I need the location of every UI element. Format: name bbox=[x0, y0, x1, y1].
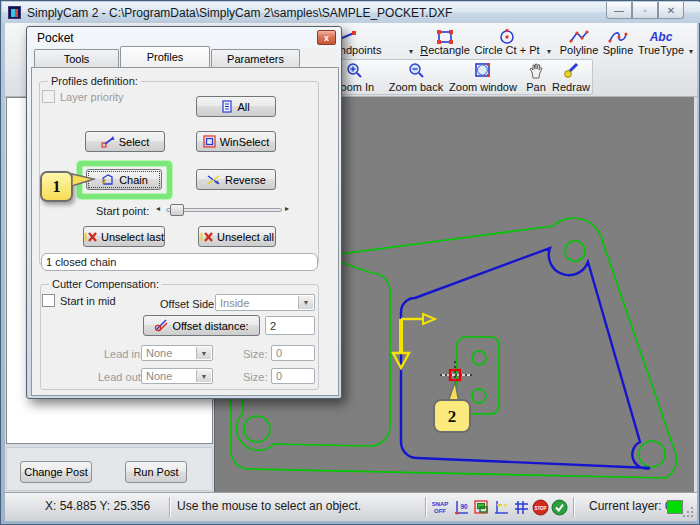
callout-1-tail bbox=[70, 168, 100, 190]
toolbar-spline-button[interactable]: Spline bbox=[600, 25, 636, 56]
change-post-button[interactable]: Change Post bbox=[20, 461, 92, 483]
chain-status-field: 1 closed chain bbox=[41, 253, 318, 271]
chevron-down-icon[interactable]: ▼ bbox=[196, 347, 211, 359]
offset-side-label: Offset Side: bbox=[160, 298, 217, 310]
spline-icon bbox=[607, 28, 629, 44]
bolt-hole-bottom-left bbox=[244, 416, 270, 442]
dialog-title: Pocket bbox=[37, 31, 74, 45]
chevron-down-icon[interactable]: ▼ bbox=[298, 296, 313, 309]
toolbar-truetype-button[interactable]: Abc TrueType bbox=[637, 25, 685, 56]
winselect-button[interactable]: WinSelect bbox=[196, 131, 276, 152]
select-icon bbox=[101, 135, 115, 148]
polyline-icon bbox=[568, 28, 590, 44]
tab-tools[interactable]: Tools bbox=[34, 49, 119, 67]
lead-out-label: Lead out: bbox=[98, 371, 144, 383]
svg-text:x: x bbox=[504, 502, 508, 508]
toolbar-button-label: Pan bbox=[526, 81, 546, 93]
chevron-down-icon: ▾ bbox=[547, 47, 551, 56]
layer-priority-checkbox[interactable] bbox=[42, 90, 55, 103]
bolt-hole-bottom-right bbox=[639, 441, 665, 467]
slider-thumb[interactable] bbox=[170, 204, 184, 216]
toolbar-button-label: Spline bbox=[603, 44, 634, 56]
toolbar-button-label: Rectangle bbox=[420, 44, 470, 56]
minimize-button[interactable]: — bbox=[606, 2, 632, 19]
offset-distance-icon bbox=[154, 319, 168, 332]
stop-icon[interactable]: STOP bbox=[532, 499, 549, 516]
slider-right-arrow[interactable]: ▸ bbox=[285, 204, 289, 213]
toolbar-button-label: Circle Ct + Pt bbox=[474, 44, 539, 56]
island-hole-bottom bbox=[472, 389, 486, 403]
reverse-icon bbox=[206, 174, 221, 186]
select-mode-toggle-icon[interactable] bbox=[473, 499, 490, 516]
svg-text:STOP: STOP bbox=[534, 506, 546, 511]
offset-side-combo[interactable]: Inside ▼ bbox=[215, 294, 315, 311]
tab-profiles[interactable]: Profiles bbox=[120, 46, 210, 67]
callout-1-number: 1 bbox=[53, 178, 61, 196]
title-bar[interactable]: SimplyCam 2 - C:\ProgramData\SimplyCam 2… bbox=[2, 2, 700, 23]
toolbar-circle-ct-pt-button[interactable]: Circle Ct + Pt bbox=[471, 25, 543, 56]
pan-hand-icon bbox=[528, 62, 544, 81]
close-icon: x bbox=[324, 33, 329, 43]
toolbar-button-label: Zoom window bbox=[449, 81, 517, 93]
all-button[interactable]: All bbox=[196, 96, 276, 117]
lead-out-size-field[interactable]: 0 bbox=[271, 368, 315, 384]
start-point-label: Start point: bbox=[96, 205, 149, 217]
ok-icon[interactable] bbox=[551, 499, 568, 516]
toolbar-redraw-button[interactable]: Redraw bbox=[549, 61, 593, 94]
dialog-close-button[interactable]: x bbox=[317, 30, 336, 45]
snap-off-toggle-icon[interactable]: SNAP OFF bbox=[432, 499, 449, 516]
circle-icon bbox=[498, 28, 516, 44]
unselect-all-button[interactable]: Unselect all bbox=[198, 226, 276, 247]
pocket-dialog[interactable]: Pocket x Tools Profiles Parameters Profi… bbox=[26, 26, 342, 399]
chevron-down-icon: ▾ bbox=[689, 47, 693, 56]
svg-text:90: 90 bbox=[460, 503, 468, 510]
run-post-button[interactable]: Run Post bbox=[125, 461, 187, 483]
lead-out-combo[interactable]: None ▼ bbox=[141, 368, 213, 384]
status-bar: X: 54.885 Y: 25.356 Use the mouse to sel… bbox=[5, 492, 697, 521]
tab-parameters[interactable]: Parameters bbox=[211, 49, 300, 67]
unselect-icon bbox=[200, 231, 213, 243]
toolbar-zoom-back-button[interactable]: Zoom back bbox=[387, 61, 445, 94]
toolbar-polyline-button[interactable]: Polyline bbox=[556, 25, 602, 56]
lead-in-size-field[interactable]: 0 bbox=[271, 345, 315, 361]
resize-grip[interactable] bbox=[682, 506, 695, 519]
circle-dropdown[interactable]: ▾ bbox=[543, 25, 555, 56]
restore-button[interactable]: ▫ bbox=[632, 2, 658, 19]
cursor-coordinates: X: 54.885 Y: 25.356 bbox=[45, 499, 150, 513]
zoom-window-icon bbox=[474, 62, 492, 81]
slider-left-arrow[interactable]: ◂ bbox=[156, 204, 160, 213]
selected-chain bbox=[401, 248, 650, 468]
axes-toggle-icon[interactable]: x bbox=[493, 499, 510, 516]
chevron-down-icon[interactable]: ▼ bbox=[196, 370, 211, 382]
select-button[interactable]: Select bbox=[85, 131, 165, 152]
lead-out-size-label: Size: bbox=[243, 371, 267, 383]
unselect-last-button[interactable]: Unselect last bbox=[83, 226, 165, 247]
redraw-brush-icon bbox=[563, 62, 580, 81]
line-endpoints-dropdown[interactable]: ▾ bbox=[405, 25, 417, 56]
layer-color-swatch[interactable] bbox=[667, 500, 683, 514]
profiles-tab-page: Profiles definition: Layer priority All … bbox=[31, 67, 339, 396]
app-icon bbox=[8, 6, 21, 19]
winselect-icon bbox=[203, 135, 216, 148]
offset-side-value: Inside bbox=[220, 297, 249, 309]
group-label: Cutter Compensation: bbox=[49, 278, 162, 290]
offset-distance-button[interactable]: Offset distance: bbox=[143, 315, 260, 336]
toolbar-zoom-window-button[interactable]: Zoom window bbox=[447, 61, 519, 94]
lead-in-combo[interactable]: None ▼ bbox=[141, 345, 213, 361]
grid-toggle-icon[interactable] bbox=[513, 499, 530, 516]
start-in-mid-checkbox[interactable] bbox=[42, 294, 55, 307]
offset-distance-field[interactable]: 2 bbox=[265, 316, 315, 335]
toolbar-button-label: Polyline bbox=[560, 44, 599, 56]
zoom-back-icon bbox=[408, 62, 425, 81]
ortho-90-toggle-icon[interactable]: 90 bbox=[453, 499, 470, 516]
layer-priority-label: Layer priority bbox=[60, 91, 124, 103]
toolbar-button-label: Zoom back bbox=[389, 81, 443, 93]
toolbar-pan-button[interactable]: Pan bbox=[521, 61, 551, 94]
close-window-button[interactable]: ✕ bbox=[658, 2, 684, 19]
truetype-dropdown[interactable]: ▾ bbox=[686, 25, 696, 56]
toolbar-rectangle-button[interactable]: Rectangle bbox=[419, 25, 471, 56]
reverse-button[interactable]: Reverse bbox=[196, 169, 276, 190]
svg-text:OFF: OFF bbox=[434, 508, 446, 514]
lead-in-size-label: Size: bbox=[243, 348, 267, 360]
svg-text:SNAP: SNAP bbox=[432, 501, 448, 507]
